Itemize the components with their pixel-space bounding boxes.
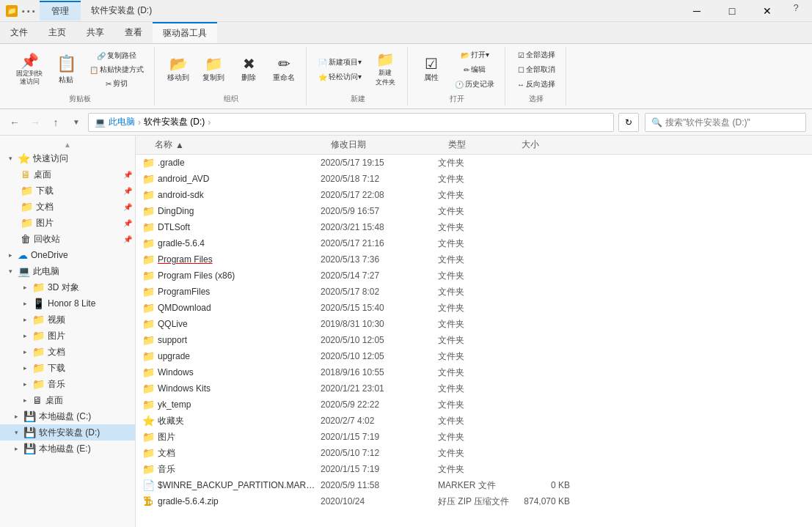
folder-icon: 📄	[142, 479, 155, 491]
edit-button[interactable]: ✏ 编辑	[450, 63, 499, 76]
documents2-icon: 📁	[32, 346, 45, 358]
address-bar[interactable]: 💻 此电脑 › 软件安装盘 (D:) ›	[88, 113, 614, 132]
copy-path-button[interactable]: 🔗 复制路径	[85, 49, 148, 62]
back-button[interactable]: ←	[6, 114, 23, 131]
sidebar-item-thispc[interactable]: ▾ 💻 此电脑	[0, 263, 135, 279]
file-row[interactable]: 📁 support 2020/5/10 12:05 文件夹	[136, 332, 812, 348]
help-button[interactable]: ?	[786, 0, 806, 16]
sidebar-item-downloads[interactable]: 📁 下载 📌	[0, 183, 135, 199]
downloads-pin-icon: 📌	[123, 187, 132, 195]
file-row[interactable]: 🗜 gradle-5.6.4.zip 2020/10/24 好压 ZIP 压缩文…	[136, 493, 812, 509]
copy-to-button[interactable]: 📁 复制到	[197, 48, 230, 92]
file-row[interactable]: 📁 Program Files 2020/5/13 7:36 文件夹	[136, 251, 812, 268]
file-row[interactable]: 📁 QMDownload 2020/5/15 15:40 文件夹	[136, 300, 812, 316]
col-header-date[interactable]: 修改日期	[331, 139, 448, 151]
close-button[interactable]: ✕	[750, 0, 784, 22]
active-tab-label[interactable]: 管理	[40, 1, 81, 21]
sidebar-item-documents2[interactable]: ▸ 📁 文档	[0, 344, 135, 360]
file-row[interactable]: 📁 DingDing 2020/5/9 16:57 文件夹	[136, 203, 812, 219]
col-header-size[interactable]: 大小	[522, 139, 580, 151]
tab-drive-tools[interactable]: 驱动器工具	[153, 22, 217, 43]
quick-access-bar: ▪ ▪ ▪	[22, 7, 35, 15]
sidebar-item-quickaccess[interactable]: ▾ ⭐ 快速访问	[0, 150, 135, 166]
file-name: DingDing	[158, 206, 321, 216]
pin-to-quickaccess-button[interactable]: 📌 固定到快速访问	[12, 48, 47, 92]
sidebar-item-downloads2[interactable]: ▸ 📁 下载	[0, 360, 135, 376]
desktop2-icon: 🖥	[32, 394, 43, 406]
file-row[interactable]: 📄 $WINRE_BACKUP_PARTITION.MARKER 2020/5/…	[136, 477, 812, 493]
file-row[interactable]: 📁 android_AVD 2020/5/18 7:12 文件夹	[136, 171, 812, 187]
file-row[interactable]: 📁 yk_temp 2020/5/9 22:22 文件夹	[136, 397, 812, 413]
cut-button[interactable]: ✂ 剪切	[85, 77, 148, 90]
move-to-button[interactable]: 📂 移动到	[162, 48, 194, 92]
sidebar-item-honor[interactable]: ▸ 📱 Honor 8 Lite	[0, 295, 135, 312]
tab-share[interactable]: 共享	[76, 22, 114, 43]
maximize-button[interactable]: □	[715, 0, 749, 22]
file-row[interactable]: 📁 gradle-5.6.4 2020/5/17 21:16 文件夹	[136, 235, 812, 251]
tab-home[interactable]: 主页	[38, 22, 76, 43]
sidebar-item-pictures[interactable]: 📁 图片 📌	[0, 215, 135, 231]
file-row[interactable]: 📁 文档 2020/5/10 7:12 文件夹	[136, 445, 812, 461]
file-row[interactable]: 📁 Windows 2018/9/16 10:55 文件夹	[136, 364, 812, 380]
file-type: 文件夹	[438, 270, 511, 282]
file-type: 好压 ZIP 压缩文件	[438, 495, 511, 508]
new-items: 📄 新建项目▾ ⭐ 轻松访问▾ 📁 新建文件夹	[314, 47, 401, 92]
file-row[interactable]: 📁 Windows Kits 2020/1/21 23:01 文件夹	[136, 380, 812, 397]
file-row[interactable]: 📁 图片 2020/1/15 7:19 文件夹	[136, 429, 812, 445]
open-button[interactable]: 📂 打开▾	[450, 48, 499, 62]
file-type: 文件夹	[438, 334, 511, 347]
invert-select-button[interactable]: ↔ 反向选择	[513, 78, 560, 91]
history-button[interactable]: 🕐 历史记录	[450, 78, 499, 91]
paste-shortcut-button[interactable]: 📋 粘贴快捷方式	[85, 63, 148, 76]
col-header-type[interactable]: 类型	[448, 139, 522, 151]
folder-icon: ⭐	[142, 415, 155, 427]
forward-button[interactable]: →	[26, 114, 44, 131]
tab-view[interactable]: 查看	[114, 22, 153, 43]
sidebar-item-pictures2[interactable]: ▸ 📁 图片	[0, 328, 135, 344]
rename-button[interactable]: ✏ 重命名	[268, 48, 300, 92]
sidebar-item-drive-d[interactable]: ▾ 💾 软件安装盘 (D:)	[0, 424, 135, 441]
refresh-button[interactable]: ↻	[618, 113, 639, 132]
drive-e-label: 本地磁盘 (E:)	[39, 443, 135, 455]
file-row[interactable]: 📁 QQLive 2019/8/31 10:30 文件夹	[136, 316, 812, 332]
minimize-button[interactable]: ─	[680, 0, 714, 22]
file-row[interactable]: 📁 音乐 2020/1/15 7:19 文件夹	[136, 461, 812, 477]
search-input[interactable]	[665, 117, 783, 128]
sidebar-item-drive-c[interactable]: ▸ 💾 本地磁盘 (C:)	[0, 408, 135, 424]
new-folder-button[interactable]: 📁 新建文件夹	[369, 48, 401, 92]
sidebar-item-music[interactable]: ▸ 📁 音乐	[0, 376, 135, 392]
tab-file[interactable]: 文件	[0, 22, 38, 43]
properties-button[interactable]: ☑ 属性	[415, 48, 447, 92]
recent-paths-button[interactable]: ▼	[67, 114, 85, 131]
file-row[interactable]: 📁 Program Files (x86) 2020/5/14 7:27 文件夹	[136, 268, 812, 284]
sidebar-item-recycle[interactable]: 🗑 回收站 📌	[0, 231, 135, 247]
sidebar-item-onedrive[interactable]: ▸ ☁ OneDrive	[0, 247, 135, 263]
sidebar-item-desktop2[interactable]: ▸ 🖥 桌面	[0, 392, 135, 408]
up-button[interactable]: ↑	[47, 114, 65, 131]
search-bar[interactable]: 🔍	[645, 113, 806, 132]
onedrive-label: OneDrive	[31, 250, 135, 260]
new-item-button[interactable]: 📄 新建项目▾	[314, 56, 366, 69]
easy-access-button[interactable]: ⭐ 轻松访问▾	[314, 70, 366, 84]
col-header-name[interactable]: 名称 ▲	[155, 139, 331, 151]
file-row[interactable]: 📁 android-sdk 2020/5/17 22:08 文件夹	[136, 187, 812, 203]
file-row[interactable]: 📁 ProgramFiles 2020/5/17 8:02 文件夹	[136, 284, 812, 300]
expand-desktop2: ▸	[21, 396, 29, 405]
select-none-button[interactable]: ☐ 全部取消	[513, 63, 560, 76]
file-row[interactable]: ⭐ 收藏夹 2020/2/7 4:02 文件夹	[136, 413, 812, 429]
file-type: 文件夹	[438, 302, 511, 314]
sidebar-item-videos[interactable]: ▸ 📁 视频	[0, 312, 135, 328]
select-all-button[interactable]: ☑ 全部选择	[513, 48, 560, 62]
sidebar-item-desktop[interactable]: 🖥 桌面 📌	[0, 166, 135, 183]
file-row[interactable]: 📁 .gradle 2020/5/17 19:15 文件夹	[136, 155, 812, 171]
sidebar-item-drive-e[interactable]: ▸ 💾 本地磁盘 (E:)	[0, 441, 135, 457]
sidebar-item-3dobjects[interactable]: ▸ 📁 3D 对象	[0, 279, 135, 295]
copy-button[interactable]: 📋 粘贴	[50, 49, 82, 90]
app-icon: 📁	[6, 5, 18, 17]
file-row[interactable]: 📁 DTLSoft 2020/3/21 15:48 文件夹	[136, 219, 812, 235]
downloads-label: 下载	[36, 185, 120, 197]
sidebar-item-documents[interactable]: 📁 文档 📌	[0, 199, 135, 215]
folder-icon: 📁	[142, 318, 155, 330]
delete-button[interactable]: ✖ 删除	[233, 48, 265, 92]
file-row[interactable]: 📁 upgrade 2020/5/10 12:05 文件夹	[136, 348, 812, 364]
